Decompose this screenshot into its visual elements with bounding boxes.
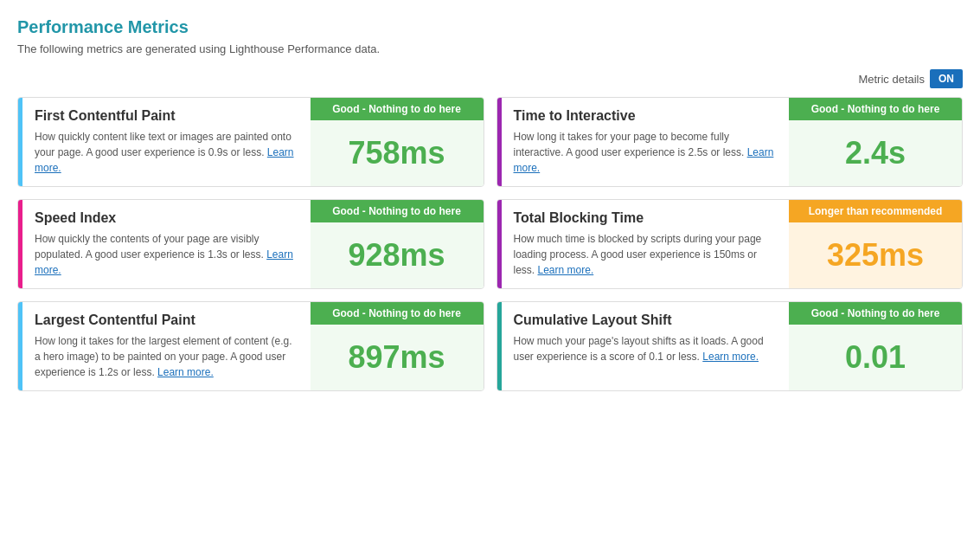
metric-card-lcp: Largest Contentful Paint How long it tak… [17,301,484,391]
tbt-status-badge: Longer than recommended [789,200,962,222]
lcp-content: Largest Contentful Paint How long it tak… [22,302,311,390]
si-value-panel: Good - Nothing to do here 928ms [311,200,484,288]
lcp-learn-more[interactable]: Learn more. [157,366,214,378]
lcp-status-badge: Good - Nothing to do here [311,302,484,325]
tbt-value-panel: Longer than recommended 325ms [789,200,962,288]
metric-details-toggle[interactable]: ON [930,69,963,88]
tbt-value: 325ms [789,222,962,288]
lcp-name: Largest Contentful Paint [35,312,298,328]
fcp-name: First Contentful Paint [35,108,298,124]
metric-card-si: Speed Index How quickly the contents of … [17,199,484,289]
fcp-value: 758ms [311,120,484,186]
tti-value-panel: Good - Nothing to do here 2.4s [789,98,962,186]
cls-status-badge: Good - Nothing to do here [789,302,962,325]
si-learn-more[interactable]: Learn more. [35,248,293,276]
tti-content: Time to Interactive How long it takes fo… [502,98,790,186]
si-desc: How quickly the contents of your page ar… [35,231,298,278]
lcp-desc: How long it takes for the largest elemen… [35,333,298,380]
tbt-desc: How much time is blocked by scripts duri… [514,231,778,278]
fcp-value-panel: Good - Nothing to do here 758ms [311,98,484,186]
tbt-content: Total Blocking Time How much time is blo… [502,200,790,288]
cls-content: Cumulative Layout Shift How much your pa… [502,302,790,390]
metric-card-fcp: First Contentful Paint How quickly conte… [17,97,484,187]
tti-status-badge: Good - Nothing to do here [789,98,962,120]
cls-value-panel: Good - Nothing to do here 0.01 [789,302,962,390]
lcp-value: 897ms [311,325,484,390]
tbt-name: Total Blocking Time [514,210,778,226]
cls-name: Cumulative Layout Shift [514,312,778,328]
cls-desc: How much your page's layout shifts as it… [514,333,778,364]
si-content: Speed Index How quickly the contents of … [22,200,311,288]
tti-value: 2.4s [789,120,962,186]
tti-learn-more[interactable]: Learn more. [514,146,774,174]
cls-learn-more[interactable]: Learn more. [702,351,759,363]
cls-value: 0.01 [789,325,962,390]
tti-name: Time to Interactive [514,108,778,124]
si-status-badge: Good - Nothing to do here [311,200,484,222]
page-subtitle: The following metrics are generated usin… [17,42,963,55]
si-name: Speed Index [35,210,298,226]
tbt-learn-more[interactable]: Learn more. [538,264,594,276]
metric-details-label: Metric details [858,73,925,86]
tti-desc: How long it takes for your page to becom… [514,129,778,176]
page-title: Performance Metrics [17,17,963,37]
si-value: 928ms [311,222,484,288]
metric-card-tbt: Total Blocking Time How much time is blo… [496,199,964,289]
metric-card-cls: Cumulative Layout Shift How much your pa… [496,301,964,391]
fcp-desc: How quickly content like text or images … [35,129,298,176]
metrics-grid: First Contentful Paint How quickly conte… [17,97,963,391]
fcp-learn-more[interactable]: Learn more. [35,146,294,174]
lcp-value-panel: Good - Nothing to do here 897ms [311,302,484,390]
fcp-content: First Contentful Paint How quickly conte… [22,98,311,186]
fcp-status-badge: Good - Nothing to do here [311,98,484,120]
metric-card-tti: Time to Interactive How long it takes fo… [496,97,964,187]
